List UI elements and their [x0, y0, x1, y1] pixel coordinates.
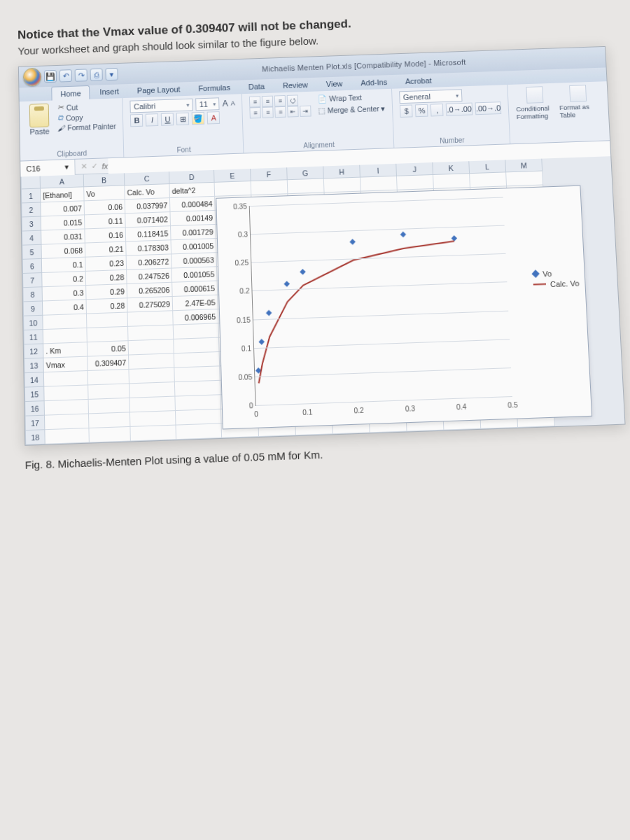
cell[interactable]: 0.007: [41, 201, 85, 216]
cell[interactable]: [360, 176, 398, 192]
cell[interactable]: 0.28: [87, 298, 128, 314]
row-header[interactable]: 12: [24, 344, 44, 358]
column-header[interactable]: L: [469, 160, 506, 174]
row-header[interactable]: 16: [24, 401, 45, 416]
cell[interactable]: 0.05: [88, 341, 129, 356]
cell[interactable]: [130, 411, 176, 427]
cell[interactable]: [89, 412, 130, 428]
dec-decimal-button[interactable]: .00→.0: [475, 102, 501, 115]
cell[interactable]: 0.001055: [172, 267, 218, 282]
cell[interactable]: 0.068: [41, 244, 85, 259]
borders-button[interactable]: ⊞: [176, 113, 189, 125]
cell[interactable]: [176, 410, 222, 426]
fx-cancel-icon[interactable]: ✕: [80, 162, 87, 171]
tab-acrobat[interactable]: Acrobat: [397, 74, 440, 89]
align-right-icon[interactable]: ≡: [275, 106, 286, 118]
cell[interactable]: [175, 395, 221, 411]
cell[interactable]: 0.247526: [127, 269, 172, 284]
qat-undo-icon[interactable]: ↶: [59, 69, 72, 82]
row-header[interactable]: 5: [22, 245, 42, 260]
column-header[interactable]: F: [251, 167, 288, 181]
cell[interactable]: [88, 370, 130, 386]
cell[interactable]: [87, 327, 128, 342]
column-header[interactable]: K: [433, 161, 470, 175]
cell[interactable]: [174, 366, 220, 382]
cell[interactable]: 0.21: [85, 242, 127, 258]
cell[interactable]: 0.178303: [126, 240, 172, 255]
cell[interactable]: [45, 400, 89, 416]
cell[interactable]: 0.4: [43, 300, 87, 315]
cell[interactable]: [174, 338, 219, 354]
format-as-table-button[interactable]: Format as Table: [559, 85, 599, 119]
shrink-font-icon[interactable]: A: [231, 99, 235, 106]
cell[interactable]: [89, 427, 130, 443]
row-header[interactable]: 13: [24, 358, 44, 373]
column-header[interactable]: D: [169, 170, 215, 184]
tab-view[interactable]: View: [318, 76, 351, 91]
cell[interactable]: [324, 178, 361, 193]
cell[interactable]: [43, 314, 87, 330]
cell[interactable]: 0.015: [41, 215, 85, 230]
row-header[interactable]: 7: [22, 273, 43, 288]
column-header[interactable]: J: [396, 162, 433, 176]
cell[interactable]: 0.037997: [125, 198, 171, 214]
column-header[interactable]: A: [41, 174, 84, 188]
font-name-combo[interactable]: Calibri▾: [130, 99, 193, 113]
align-bottom-icon[interactable]: ≡: [274, 95, 286, 106]
indent-dec-icon[interactable]: ⇤: [288, 106, 299, 117]
column-header[interactable]: I: [360, 164, 397, 178]
column-header[interactable]: M: [505, 159, 542, 173]
tab-formulas[interactable]: Formulas: [190, 80, 239, 96]
font-size-combo[interactable]: 11▾: [196, 97, 220, 111]
cell[interactable]: 0.031: [41, 229, 85, 244]
cell[interactable]: Calc. Vo: [125, 184, 170, 200]
underline-button[interactable]: U: [161, 113, 174, 125]
cell[interactable]: 0.16: [85, 227, 126, 243]
cell[interactable]: [506, 172, 543, 187]
cell[interactable]: 0.06: [85, 200, 126, 215]
chart-object[interactable]: 00.050.10.150.20.250.30.3500.10.20.30.40…: [216, 186, 592, 430]
row-header[interactable]: 11: [23, 330, 43, 344]
cell[interactable]: [128, 326, 174, 342]
format-painter-button[interactable]: Format Painter: [57, 122, 116, 132]
row-header[interactable]: 2: [21, 203, 41, 218]
cell[interactable]: [88, 384, 130, 400]
percent-button[interactable]: %: [415, 104, 428, 117]
cell[interactable]: 0.23: [85, 256, 127, 272]
tab-home[interactable]: Home: [51, 85, 90, 101]
cell[interactable]: 0.29: [86, 284, 127, 300]
cell[interactable]: 0.1: [42, 258, 86, 273]
grow-font-icon[interactable]: A: [223, 99, 228, 108]
row-header[interactable]: 4: [22, 231, 42, 246]
row-header[interactable]: 18: [25, 430, 46, 445]
cell[interactable]: [288, 178, 325, 194]
cell[interactable]: [Ethanol]: [41, 187, 85, 202]
cell[interactable]: Vmax: [43, 357, 88, 373]
cell[interactable]: [44, 385, 88, 401]
cell[interactable]: [215, 181, 252, 197]
cell[interactable]: . Km: [43, 342, 88, 358]
cell[interactable]: 0.006965: [173, 309, 218, 326]
align-middle-icon[interactable]: ≡: [262, 96, 273, 107]
cell[interactable]: [87, 313, 128, 328]
qat-redo-icon[interactable]: ↷: [75, 69, 88, 81]
cell[interactable]: [130, 382, 175, 398]
tab-insert[interactable]: Insert: [91, 84, 127, 99]
merge-center-button[interactable]: ⬚ Merge & Center ▾: [318, 104, 386, 116]
cell[interactable]: Vo: [84, 186, 125, 201]
row-header[interactable]: 6: [22, 259, 43, 274]
cell[interactable]: [174, 352, 220, 368]
name-box[interactable]: C16▾: [20, 159, 76, 176]
row-header[interactable]: 9: [23, 301, 43, 316]
qat-save-icon[interactable]: 💾: [44, 70, 57, 83]
row-header[interactable]: 10: [23, 316, 43, 330]
cell[interactable]: [45, 414, 89, 430]
cell[interactable]: [43, 328, 88, 344]
cell[interactable]: 0.000563: [172, 253, 217, 268]
column-header[interactable]: G: [287, 166, 324, 180]
row-header[interactable]: 3: [22, 217, 41, 232]
cell[interactable]: [397, 175, 434, 190]
tab-data[interactable]: Data: [240, 79, 274, 94]
column-header[interactable]: C: [125, 172, 170, 186]
cell[interactable]: 0.000615: [172, 281, 218, 296]
